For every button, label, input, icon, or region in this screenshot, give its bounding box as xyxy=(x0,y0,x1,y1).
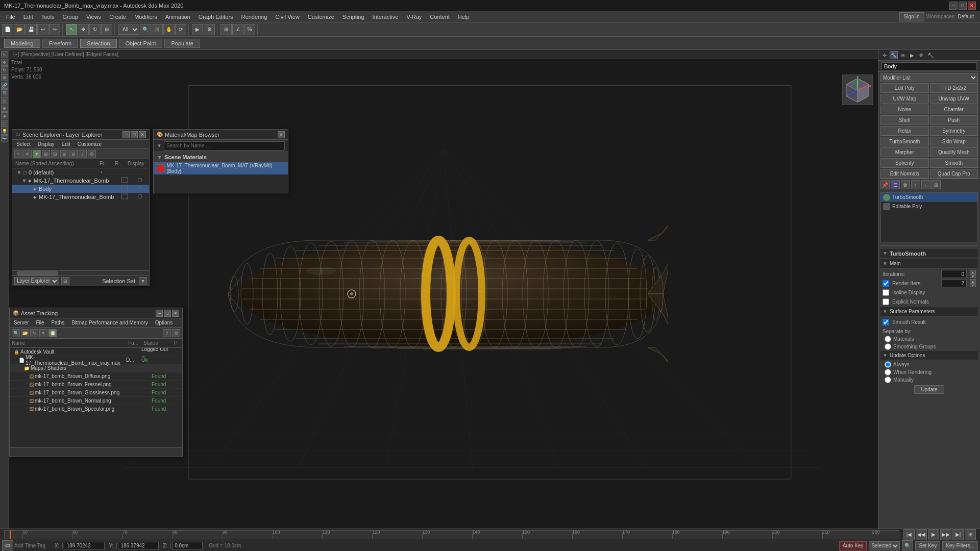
menu-group[interactable]: Group xyxy=(58,13,82,21)
explorer-expand-btn[interactable]: ⊕ xyxy=(60,150,68,158)
zoom-time-btn[interactable]: 🔍 xyxy=(902,540,913,552)
maximize-btn[interactable] xyxy=(959,2,967,10)
mod-symmetry[interactable]: Symmetry xyxy=(930,126,978,136)
tool-geometry[interactable]: ◈ xyxy=(1,112,8,119)
tool-select[interactable]: ↖ xyxy=(1,51,8,58)
tool-scale[interactable]: ⊞ xyxy=(1,74,8,81)
utilities-panel-icon[interactable]: 🔨 xyxy=(926,51,935,59)
mod-relax[interactable]: Relax xyxy=(880,126,929,136)
explorer-footer-btn1[interactable]: ⊞ xyxy=(61,277,69,285)
explorer-col2-btn[interactable]: ⊟ xyxy=(51,150,59,158)
menu-scripting[interactable]: Scripting xyxy=(338,13,369,21)
angle-snap-btn[interactable]: ∠ xyxy=(232,24,243,35)
key-mode-btn[interactable]: ⊞ xyxy=(965,529,976,540)
undo-btn[interactable]: ↩ xyxy=(37,24,48,35)
material-browser-titlebar[interactable]: 🎨 Material/Map Browser xyxy=(154,130,288,140)
tool-rotate[interactable]: ↻ xyxy=(1,66,8,73)
selected-dropdown[interactable]: Selected xyxy=(869,541,900,550)
explorer-filter-btn[interactable]: ▼ xyxy=(33,150,41,158)
tool-lights[interactable]: 💡 xyxy=(1,128,8,135)
hierarchy-panel-icon[interactable]: ⊕ xyxy=(899,51,907,59)
menu-vray[interactable]: V-Ray xyxy=(402,13,426,21)
stack-item-turbosmooth[interactable]: TurboSmooth xyxy=(881,193,977,202)
mod-turbosmooth[interactable]: TurboSmooth xyxy=(880,137,929,146)
hscroll-thumb[interactable] xyxy=(17,271,58,276)
menu-tools[interactable]: Tools xyxy=(37,13,59,21)
view-dropdown[interactable]: All xyxy=(118,24,139,35)
when-rendering-radio-row[interactable]: When Rendering xyxy=(885,369,978,375)
asset-toolbar-btn3[interactable]: ↻ xyxy=(30,329,38,337)
scene-materials-header[interactable]: ▼ Scene Materials xyxy=(154,152,288,162)
new-btn[interactable]: 📄 xyxy=(2,24,13,35)
stack-move-down-btn[interactable]: ↓ xyxy=(921,180,930,189)
mat-browser-close[interactable] xyxy=(278,131,285,138)
tool-cameras[interactable]: 📷 xyxy=(1,135,8,142)
asset-tracking-maximize[interactable] xyxy=(164,310,171,317)
tool-hierarchy[interactable]: ⊕ xyxy=(1,105,8,112)
render-setup-btn[interactable]: ⚙ xyxy=(204,24,215,35)
materials-radio-row[interactable]: Materials xyxy=(885,336,978,342)
menu-customize[interactable]: Customize xyxy=(304,13,338,21)
tool-link[interactable]: 🔗 xyxy=(1,82,8,89)
modeling-tab[interactable]: Modeling xyxy=(4,39,40,48)
asset-toolbar-help[interactable]: ? xyxy=(163,329,171,337)
mod-chamfer[interactable]: Chamfer xyxy=(930,105,978,114)
asset-menu-options[interactable]: Options xyxy=(153,320,175,325)
set-key-button[interactable]: Set Key xyxy=(915,541,940,550)
selection-tab[interactable]: Selection xyxy=(80,39,116,48)
render-btn[interactable]: ▶ xyxy=(192,24,203,35)
redo-btn[interactable]: ↪ xyxy=(49,24,60,35)
menu-content[interactable]: Content xyxy=(426,13,454,21)
asset-menu-server[interactable]: Server xyxy=(12,320,31,325)
tree-row-bomb-object[interactable]: ◆ MK-17_Thermonuclear_Bomb xyxy=(12,177,149,185)
freeform-tab[interactable]: Freeform xyxy=(42,39,79,48)
close-btn[interactable] xyxy=(968,2,976,10)
next-key-btn[interactable]: ▶▶ xyxy=(940,529,951,540)
stack-copy-btn[interactable]: ⊞ xyxy=(932,180,941,189)
minimize-btn[interactable] xyxy=(949,2,958,10)
mod-edit-normals[interactable]: Edit Normals xyxy=(880,169,929,179)
layer-explorer-close[interactable] xyxy=(139,131,146,138)
explorer-settings-btn[interactable]: ⚙ xyxy=(88,150,96,158)
mod-quad-cap[interactable]: Quad Cap Pro xyxy=(930,169,978,179)
asset-menu-file[interactable]: File xyxy=(34,320,46,325)
explicit-normals-checkbox[interactable] xyxy=(883,298,889,305)
smoothing-groups-radio-row[interactable]: Smoothing Groups xyxy=(885,343,978,350)
asset-row-diffuse[interactable]: 🖼 mk-17_bomb_Brown_Diffuse.png Found xyxy=(10,372,182,381)
manually-radio[interactable] xyxy=(885,377,891,383)
render-iters-input[interactable] xyxy=(941,279,967,287)
time-tag-btn[interactable]: 🏷 xyxy=(2,540,13,552)
tool-move[interactable]: ✥ xyxy=(1,59,8,66)
explorer-type-dropdown[interactable]: Layer Explorer xyxy=(14,277,59,285)
window-controls[interactable] xyxy=(949,2,976,10)
mod-uvw-map[interactable]: UVW Map xyxy=(880,94,929,104)
open-btn[interactable]: 📂 xyxy=(14,24,25,35)
explorer-sort-btn[interactable]: ↕ xyxy=(79,150,87,158)
asset-row-maps-group[interactable]: 📁 Maps / Shaders xyxy=(10,364,182,372)
zoom-extents-btn[interactable]: ⊡ xyxy=(152,24,163,35)
explorer-menu-customize[interactable]: Customize xyxy=(76,141,104,147)
search-dropdown-icon[interactable]: ▼ xyxy=(157,143,162,148)
sign-in-button[interactable]: Sign In xyxy=(899,12,924,21)
explorer-menu-display[interactable]: Display xyxy=(36,141,57,147)
select-btn[interactable]: ↖ xyxy=(66,24,77,35)
explorer-col1-btn[interactable]: ⊞ xyxy=(42,150,50,158)
stack-list-btn[interactable]: ☰ xyxy=(891,180,900,189)
asset-row-specular[interactable]: 🖼 mk-17_bomb_Brown_Specular.png Found xyxy=(10,405,182,413)
stack-move-up-btn[interactable]: ↑ xyxy=(911,180,920,189)
explorer-footer-btn2[interactable]: ▼ xyxy=(139,277,147,285)
tree-row-body[interactable]: ◈ Body xyxy=(12,185,149,193)
layer-explorer-minimize[interactable] xyxy=(122,131,130,138)
autokey-button[interactable]: Auto Key xyxy=(839,541,867,550)
asset-menu-paths[interactable]: Paths xyxy=(50,320,67,325)
create-panel-icon[interactable]: ✛ xyxy=(880,51,889,59)
object-name-input[interactable] xyxy=(881,62,977,70)
asset-tracking-titlebar[interactable]: 📦 Asset Tracking xyxy=(10,308,182,318)
modifier-list-dropdown[interactable]: Modifier List xyxy=(880,73,978,82)
explorer-menu-edit[interactable]: Edit xyxy=(60,141,72,147)
isoline-checkbox[interactable] xyxy=(883,289,889,296)
turbosmooth-header[interactable]: ▼ TurboSmooth xyxy=(880,249,978,258)
stack-item-editable-poly[interactable]: Editable Poly xyxy=(881,202,977,211)
modify-panel-icon[interactable]: 🔧 xyxy=(890,51,898,59)
menu-file[interactable]: File xyxy=(2,13,19,21)
